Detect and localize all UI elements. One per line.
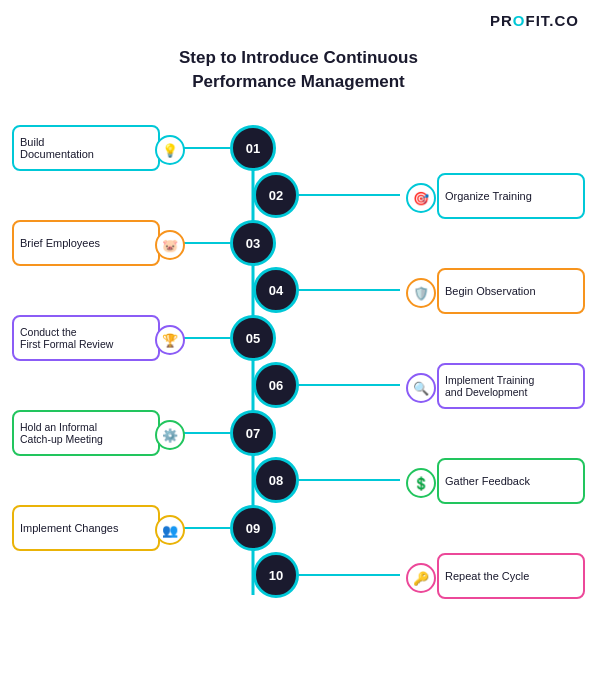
- node-03: 03: [230, 220, 276, 266]
- node-09: 09: [230, 505, 276, 551]
- diagram: BuildDocumentation 💡 Brief Employees 🐷 C…: [0, 105, 597, 685]
- box-2-label: Organize Training: [445, 190, 532, 202]
- icon-8: 💲: [406, 468, 436, 498]
- node-02: 02: [253, 172, 299, 218]
- icon-10: 🔑: [406, 563, 436, 593]
- box-9-label: Implement Changes: [20, 522, 118, 534]
- right-box-4: Begin Observation: [437, 268, 585, 314]
- box-5-label: Conduct theFirst Formal Review: [20, 326, 113, 350]
- right-box-6: Implement Trainingand Development: [437, 363, 585, 409]
- node-05: 05: [230, 315, 276, 361]
- icon-4: 🛡️: [406, 278, 436, 308]
- box-3-label: Brief Employees: [20, 237, 100, 249]
- right-box-8: Gather Feedback: [437, 458, 585, 504]
- node-06: 06: [253, 362, 299, 408]
- node-10: 10: [253, 552, 299, 598]
- box-6-label: Implement Trainingand Development: [445, 374, 534, 398]
- node-01: 01: [230, 125, 276, 171]
- left-box-3: Brief Employees: [12, 220, 160, 266]
- node-04: 04: [253, 267, 299, 313]
- box-10-label: Repeat the Cycle: [445, 570, 529, 582]
- icon-2: 🎯: [406, 183, 436, 213]
- node-07: 07: [230, 410, 276, 456]
- box-7-label: Hold an InformalCatch-up Meeting: [20, 421, 103, 445]
- box-4-label: Begin Observation: [445, 285, 536, 297]
- left-box-7: Hold an InformalCatch-up Meeting: [12, 410, 160, 456]
- icon-6: 🔍: [406, 373, 436, 403]
- left-box-9: Implement Changes: [12, 505, 160, 551]
- icon-1: 💡: [155, 135, 185, 165]
- right-box-10: Repeat the Cycle: [437, 553, 585, 599]
- box-1-label: BuildDocumentation: [20, 136, 94, 160]
- left-box-1: BuildDocumentation: [12, 125, 160, 171]
- node-08: 08: [253, 457, 299, 503]
- right-box-2: Organize Training: [437, 173, 585, 219]
- left-box-5: Conduct theFirst Formal Review: [12, 315, 160, 361]
- logo: PROFIT.CO: [490, 12, 579, 29]
- icon-5: 🏆: [155, 325, 185, 355]
- box-8-label: Gather Feedback: [445, 475, 530, 487]
- icon-3: 🐷: [155, 230, 185, 260]
- icon-9: 👥: [155, 515, 185, 545]
- icon-7: ⚙️: [155, 420, 185, 450]
